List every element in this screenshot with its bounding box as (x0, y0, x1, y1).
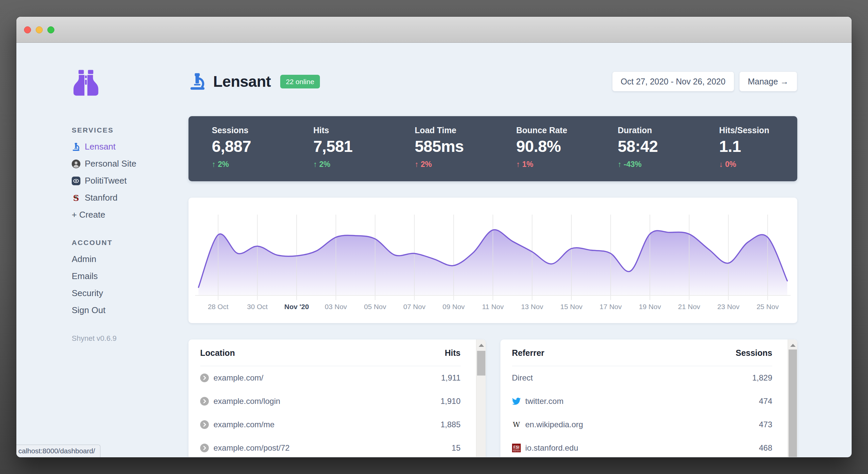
online-badge: 22 online (280, 75, 320, 88)
stat-change: ↑ -43% (618, 160, 696, 169)
row-label[interactable]: example.com/post/72 (214, 443, 289, 453)
x-tick-label: 03 Nov (325, 303, 347, 310)
x-tick-label: 30 Oct (247, 303, 268, 310)
stat-value: 90.8% (517, 137, 594, 155)
desktop: { "window": { "status_url": "calhost:800… (0, 0, 868, 474)
twitter-icon (512, 397, 521, 406)
service-header: Lensant 22 online Oct 27, 2020 - Nov 26,… (188, 69, 797, 93)
svg-text:Stanford: Stanford (513, 450, 520, 452)
table-row[interactable]: example.com/me1,885 (200, 413, 461, 436)
fullscreen-button[interactable] (48, 26, 54, 33)
close-button[interactable] (24, 26, 31, 33)
table-row[interactable]: W en.wikipedia.org473 (512, 413, 773, 436)
chevron-icon (200, 444, 209, 452)
scrollbar-thumb[interactable] (788, 350, 797, 457)
stat-label: Load Time (415, 125, 493, 135)
x-tick-label: 11 Nov (482, 303, 504, 310)
sidebar-item-stanford[interactable]: S Stanford (72, 189, 188, 206)
manage-button[interactable]: Manage → (739, 71, 797, 91)
x-tick-label: 07 Nov (403, 303, 426, 310)
sidebar-item-polititweet[interactable]: PolitiTweet (72, 172, 188, 189)
scroll-up-arrow-icon[interactable] (790, 344, 796, 347)
row-value: 473 (759, 420, 772, 429)
chevron-icon (200, 420, 209, 429)
row-label[interactable]: example.com/me (214, 420, 275, 429)
row-value: 15 (452, 443, 461, 453)
sidebar-item-label: + Create (72, 210, 105, 220)
svg-text:FSI: FSI (514, 445, 519, 449)
row-value: 1,910 (440, 396, 460, 406)
stat-duration: Duration58:42↑ -43% (594, 116, 696, 181)
avatar-icon (72, 159, 81, 168)
sidebar-item-admin[interactable]: Admin (72, 251, 188, 268)
row-value: 1,829 (752, 373, 772, 383)
locations-card: Location Hits example.com/1,911 example.… (188, 339, 486, 457)
microscope-icon (188, 72, 207, 91)
sidebar-item-label: Admin (72, 254, 96, 264)
row-label[interactable]: Direct (512, 373, 533, 383)
x-tick-label: Nov '20 (284, 303, 309, 310)
referrers-scrollbar[interactable] (787, 339, 797, 457)
sessions-trend-chart: 28 Oct30 OctNov '2003 Nov05 Nov07 Nov09 … (188, 198, 797, 323)
microscope-icon (72, 143, 81, 151)
x-tick-label: 28 Oct (208, 303, 228, 310)
binoculars-logo-icon (72, 68, 100, 97)
sidebar-item-label: Sign Out (72, 305, 105, 316)
stat-value: 1.1 (719, 137, 797, 155)
eye-icon (72, 177, 81, 185)
row-label[interactable]: twitter.com (525, 396, 564, 406)
referrer-table-body: Direct1,829 twitter.com474 W en.wikipedi… (512, 366, 773, 457)
x-tick-label: 17 Nov (599, 303, 622, 310)
sidebar-item-label: Security (72, 288, 103, 298)
stat-label: Sessions (212, 125, 290, 135)
stat-hits: Hits7,581↑ 2% (290, 116, 391, 181)
status-url-tooltip: calhost:8000/dashboard/ (17, 445, 100, 457)
sidebar-item-create[interactable]: + Create (72, 206, 188, 223)
table-row[interactable]: twitter.com474 (512, 389, 773, 413)
x-tick-label: 13 Nov (521, 303, 544, 310)
date-range-button[interactable]: Oct 27, 2020 - Nov 26, 2020 (612, 71, 734, 91)
stat-bounce-rate: Bounce Rate90.8%↑ 1% (493, 116, 594, 181)
sidebar-item-lensant[interactable]: Lensant (72, 138, 188, 155)
hits-column-header: Hits (445, 348, 460, 358)
row-value: 1,911 (441, 373, 460, 383)
fsi-icon: FSI Stanford (512, 444, 521, 452)
stat-change: ↓ 0% (719, 160, 797, 169)
row-label[interactable]: example.com/login (214, 396, 280, 406)
row-label[interactable]: io.stanford.edu (525, 443, 579, 453)
stat-value: 6,887 (212, 137, 290, 155)
services-nav: Lensant Personal Site PolitiTweet S Stan… (72, 138, 188, 223)
minimize-button[interactable] (36, 26, 43, 33)
table-row[interactable]: example.com/1,911 (200, 366, 461, 389)
stats-bar: Sessions6,887↑ 2%Hits7,581↑ 2%Load Time5… (188, 116, 797, 181)
sidebar-item-label: PolitiTweet (85, 176, 127, 186)
referrers-card: Referrer Sessions Direct1,829 twitter.co… (500, 339, 798, 457)
browser-window: SERVICES Lensant Personal Site PolitiTwe… (17, 17, 851, 457)
manage-label: Manage (748, 77, 778, 86)
sidebar-item-personal-site[interactable]: Personal Site (72, 155, 188, 172)
table-row[interactable]: Direct1,829 (512, 366, 773, 389)
stat-label: Hits (313, 125, 391, 135)
sidebar-item-security[interactable]: Security (72, 285, 188, 302)
scrollbar-thumb[interactable] (477, 351, 485, 376)
app-version: Shynet v0.6.9 (72, 334, 188, 343)
x-tick-label: 23 Nov (717, 303, 740, 310)
row-label[interactable]: example.com/ (214, 373, 263, 383)
arrow-right-icon: → (780, 77, 788, 86)
table-row[interactable]: example.com/login1,910 (200, 389, 461, 413)
stat-load-time: Load Time585ms↑ 2% (391, 116, 493, 181)
sidebar-item-label: Stanford (85, 192, 117, 203)
row-label[interactable]: en.wikipedia.org (525, 420, 583, 429)
dashboard-page: SERVICES Lensant Personal Site PolitiTwe… (17, 43, 851, 457)
sidebar-item-label: Emails (72, 271, 98, 282)
table-row[interactable]: example.com/post/7215 (200, 436, 461, 457)
row-value: 474 (759, 396, 772, 406)
sidebar-item-emails[interactable]: Emails (72, 268, 188, 285)
stat-sessions: Sessions6,887↑ 2% (188, 116, 290, 181)
sidebar-item-sign-out[interactable]: Sign Out (72, 302, 188, 319)
locations-scrollbar[interactable] (476, 339, 486, 457)
stat-value: 58:42 (618, 137, 696, 155)
scroll-up-arrow-icon[interactable] (479, 344, 484, 347)
table-row[interactable]: FSI Stanford io.stanford.edu468 (512, 436, 773, 457)
sidebar-item-label: Lensant (85, 142, 116, 152)
